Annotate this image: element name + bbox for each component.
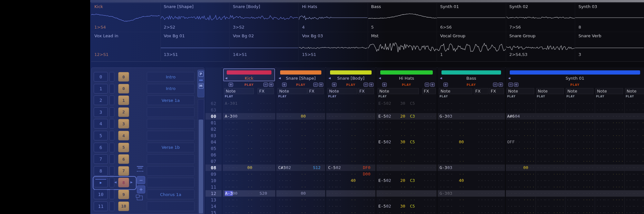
pattern-number-button[interactable]: 8 xyxy=(118,178,129,187)
pattern-row[interactable]: ········································… xyxy=(506,197,644,203)
pattern-row[interactable]: ··········· xyxy=(223,210,275,214)
sequence-position-button[interactable]: ▶ xyxy=(94,178,108,187)
pattern-row[interactable]: ··············· xyxy=(438,132,505,139)
pattern-row[interactable]: ············· xyxy=(376,152,437,158)
delete-pattern-button[interactable]: − xyxy=(137,176,145,184)
pattern-view-toggle-icon[interactable]: P xyxy=(199,71,204,77)
scope-cell[interactable]: Vox Lead in12>S1 xyxy=(91,32,160,62)
pattern-row[interactable]: ··········· xyxy=(326,126,375,132)
scope-cell[interactable]: Hi Hats4 xyxy=(298,3,368,32)
pattern-row[interactable]: ··········· xyxy=(326,184,375,190)
matrix-view-toggle-icon[interactable]: M xyxy=(199,83,204,89)
scope-cell[interactable]: Synth 016>S6 xyxy=(437,3,506,32)
pattern-row[interactable]: ··············· xyxy=(438,184,505,190)
pattern-row[interactable]: ············· xyxy=(376,184,437,190)
pattern-row[interactable]: ··········· xyxy=(276,145,325,152)
sequence-position-button[interactable]: 6 xyxy=(94,143,108,152)
track-name[interactable]: Synth 01 xyxy=(506,76,644,81)
pattern-row[interactable]: ········································… xyxy=(506,171,644,177)
track-name[interactable]: Kick xyxy=(223,76,275,81)
pattern-row[interactable]: ········································… xyxy=(506,190,644,197)
pattern-row[interactable]: ··············· xyxy=(438,210,505,214)
pattern-number-button[interactable]: 1 xyxy=(118,95,129,105)
pattern-row[interactable]: ··········· xyxy=(326,113,375,120)
sequence-position-button[interactable]: 11 xyxy=(94,201,108,211)
sequence-position-button[interactable]: 4 xyxy=(94,119,108,129)
pattern-row[interactable]: ········································… xyxy=(506,203,644,210)
pattern-row[interactable]: E-50230C5···· xyxy=(376,139,437,145)
pattern-row[interactable]: ··········· xyxy=(223,152,275,158)
pattern-row[interactable]: ··············· xyxy=(438,100,505,107)
pattern-row[interactable]: ········································… xyxy=(506,145,644,152)
track-mute-button[interactable] xyxy=(109,84,114,94)
scope-cell[interactable]: Vocal Group1 xyxy=(437,32,506,62)
pattern-row[interactable]: ··········· xyxy=(276,171,325,177)
pattern-row[interactable]: ··············· xyxy=(438,126,505,132)
section-name-field[interactable]: Intro xyxy=(147,72,194,82)
pattern-row[interactable]: ··········· xyxy=(276,197,325,203)
pattern-row[interactable]: ·····00·································… xyxy=(506,165,644,171)
sequence-position-button[interactable]: 5 xyxy=(94,131,108,140)
pattern-row[interactable]: E-50220C3···· xyxy=(376,113,437,120)
pattern-row[interactable]: ·····00···· xyxy=(223,165,275,171)
pattern-row[interactable]: ··········· xyxy=(223,197,275,203)
scope-cell[interactable]: Kick1>S4 xyxy=(91,3,160,32)
pattern-number-button[interactable]: 6 xyxy=(118,154,129,164)
pattern-row[interactable]: ········································… xyxy=(506,177,644,184)
pattern-row[interactable]: E-50230C5···· xyxy=(376,203,437,210)
pattern-row[interactable]: A-300··S20 xyxy=(223,190,275,197)
track-mute-button[interactable] xyxy=(109,201,114,211)
pattern-row[interactable]: ············· xyxy=(376,145,437,152)
pattern-row[interactable]: ········································… xyxy=(506,126,644,132)
pattern-row[interactable]: ··········· xyxy=(326,145,375,152)
pattern-row[interactable]: ··········· xyxy=(326,190,375,197)
pattern-row[interactable]: ··········· xyxy=(326,120,375,126)
pattern-number-button[interactable]: 4 xyxy=(118,131,129,140)
pattern-row[interactable]: ··············· xyxy=(438,158,505,165)
pattern-row[interactable]: OFF·····································… xyxy=(506,139,644,145)
pattern-row[interactable]: ··········· xyxy=(276,107,325,113)
pattern-row[interactable]: ········································… xyxy=(506,210,644,214)
pattern-row[interactable]: ··········· xyxy=(276,100,325,107)
sequence-position-button[interactable]: 8 xyxy=(94,166,108,176)
scope-cell[interactable]: Vox Bg 0214>S1 xyxy=(229,32,298,62)
track-name[interactable]: Snare [Shape] xyxy=(276,76,325,81)
pattern-row[interactable]: ············· xyxy=(376,126,437,132)
sequence-position-button[interactable]: 10 xyxy=(94,190,108,199)
scope-cell[interactable]: Synth 038 xyxy=(575,3,644,32)
pattern-row[interactable]: G-303·········· xyxy=(438,113,505,120)
pattern-row[interactable]: ············· xyxy=(376,165,437,171)
pattern-row[interactable]: A-300······ xyxy=(223,113,275,120)
pattern-row[interactable]: ··········· xyxy=(223,177,275,184)
pattern-row[interactable]: ·····00···· xyxy=(276,190,325,197)
pattern-row[interactable]: ········································… xyxy=(506,120,644,126)
track-name[interactable]: Bass xyxy=(438,76,505,81)
pattern-row[interactable]: ············· xyxy=(376,197,437,203)
pattern-row[interactable]: ············· xyxy=(376,158,437,165)
pattern-row[interactable]: ··············· xyxy=(438,120,505,126)
scope-cell[interactable]: Snare Verb3 xyxy=(575,32,644,62)
scope-cell[interactable]: Synth 027>S6 xyxy=(506,3,575,32)
pattern-row[interactable]: ·····00········ xyxy=(438,139,505,145)
scope-cell[interactable]: Vox Bg 0113>S1 xyxy=(160,32,230,62)
pattern-row[interactable]: ··········· xyxy=(276,203,325,210)
pattern-row[interactable]: E-50230C5···· xyxy=(376,100,437,107)
pattern-row[interactable]: ············· xyxy=(376,107,437,113)
track-name[interactable]: Hi Hats xyxy=(376,76,437,81)
section-name-field[interactable]: Chorus 1a xyxy=(147,190,194,199)
pattern-row[interactable]: ·····40···· xyxy=(326,177,375,184)
pattern-row[interactable]: C#302··S12 xyxy=(276,165,325,171)
pattern-row[interactable]: ··········· xyxy=(276,126,325,132)
section-name-field[interactable]: Verse 1a xyxy=(147,95,194,105)
pattern-row[interactable]: ··········· xyxy=(276,158,325,165)
section-name-field[interactable] xyxy=(147,154,194,164)
pattern-row[interactable]: ··········· xyxy=(223,158,275,165)
pattern-row[interactable]: ··············· xyxy=(438,171,505,177)
section-name-field[interactable] xyxy=(147,131,194,140)
track-mute-button[interactable] xyxy=(109,143,114,152)
pattern-row[interactable]: ··········· xyxy=(276,152,325,158)
pattern-row[interactable]: ··········· xyxy=(223,139,275,145)
pattern-row[interactable]: ············· xyxy=(376,171,437,177)
pattern-row[interactable]: ············· xyxy=(376,132,437,139)
pattern-row[interactable]: ············· xyxy=(376,120,437,126)
